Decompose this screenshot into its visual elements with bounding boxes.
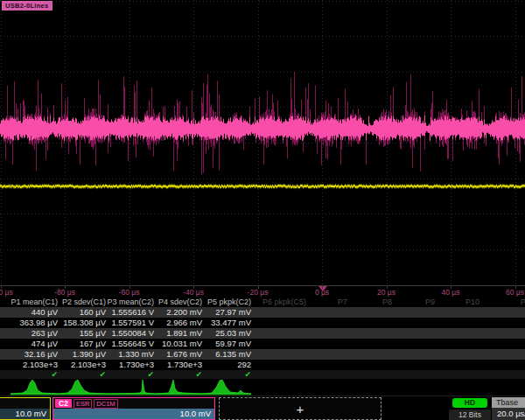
measure-value-row: 474 µV167 µV1.556645 V10.031 mV59.97 mV — [0, 339, 525, 349]
P5-histicon[interactable] — [203, 380, 251, 396]
P3-histicon[interactable] — [107, 380, 155, 396]
measure-cell: 292 — [183, 360, 251, 370]
time-axis: -100 µs-80 µs-60 µs-40 µs-20 µs0 µs20 µs… — [0, 286, 525, 298]
measure-cell: 59.97 mV — [183, 339, 251, 349]
time-tick-label: -80 µs — [54, 288, 75, 297]
c2-vertical-scale: 10.0 mV — [53, 409, 214, 419]
waveform-graticule[interactable] — [0, 0, 525, 286]
time-tick-label: -20 µs — [248, 288, 269, 297]
measure-cell: 33.477 mV — [183, 318, 251, 328]
hd-mode-badge[interactable]: HD — [452, 398, 487, 408]
c2-badge: C2 — [55, 399, 72, 408]
measure-cell: 6.135 mV — [183, 349, 251, 360]
add-channel-button[interactable]: + — [219, 397, 382, 420]
channel-c2-descriptor[interactable]: C2 ESR DC1M 10.0 mV — [52, 397, 215, 420]
descriptor-row: C1 ESR DC1M 10.0 mV C2 ESR DC1M 10.0 mV … — [0, 396, 525, 420]
oscilloscope-screen: USB2-0Lines -100 µs-80 µs-60 µs-40 µs-20… — [0, 0, 525, 420]
measure-value-row: 2.103e+32.103e+31.730e+31.730e+3292 — [0, 360, 525, 370]
P2-histicon[interactable] — [59, 380, 107, 396]
measure-cell: 25.03 mV — [183, 328, 251, 339]
time-tick-label: -100 µs — [0, 288, 13, 297]
P1-histicon[interactable] — [10, 380, 59, 396]
measure-value-row: 363.98 µV158.308 µV1.557591 V2.966 mV33.… — [0, 318, 525, 328]
c1-vertical-scale: 10.0 mV — [0, 409, 50, 419]
measure-cell: 27.97 mV — [183, 307, 251, 318]
measure-param-header[interactable]: P11 — [466, 298, 525, 307]
c2-esr-chip: ESR — [74, 399, 92, 409]
channel-c1-descriptor[interactable]: C1 ESR DC1M 10.0 mV — [0, 397, 51, 420]
status-check-icon: ✔ — [183, 370, 251, 379]
measure-value-row: 440 µV160 µV1.555616 V2.200 mV27.97 mV — [0, 307, 525, 318]
parameter-histicons — [0, 379, 525, 396]
adc-bits-label: 12 Bits — [449, 410, 491, 420]
measurement-table: P1 mean(C1)P2 sdev(C1)P3 mean(C2)P4 sdev… — [0, 298, 525, 379]
timebase-box[interactable]: Tbase 20.0 µs/div — [492, 397, 525, 420]
time-tick-label: 0 µs — [315, 288, 329, 297]
time-tick-label: 40 µs — [442, 288, 460, 297]
time-tick-label: 60 µs — [506, 288, 524, 297]
measure-value-row: 32.16 µV1.390 µV1.330 mV1.676 mV6.135 mV — [0, 349, 525, 360]
measure-value-row: 263 µV155 µV1.550084 V1.891 mV25.03 mV — [0, 328, 525, 339]
time-tick-label: -60 µs — [119, 288, 140, 297]
time-tick-label: 20 µs — [377, 288, 396, 297]
measure-status-row: ✔✔✔✔✔ — [0, 370, 525, 379]
timebase-scale: 20.0 µs/div — [492, 408, 525, 420]
measure-header-row: P1 mean(C1)P2 sdev(C1)P3 mean(C2)P4 sdev… — [0, 298, 525, 307]
time-tick-label: -40 µs — [183, 288, 204, 297]
timebase-title: Tbase — [492, 397, 525, 408]
trace-label[interactable]: USB2-0Lines — [2, 1, 52, 10]
c2-coupling-chip: DC1M — [94, 399, 117, 409]
P4-histicon[interactable] — [155, 380, 203, 396]
